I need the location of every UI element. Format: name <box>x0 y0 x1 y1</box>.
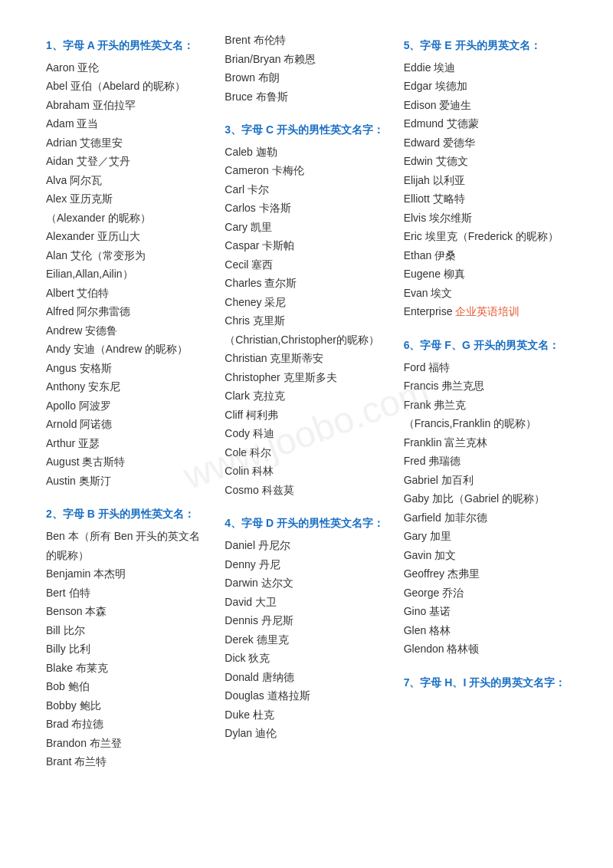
name-entry: Gaby 加比（Gabriel 的昵称） <box>404 489 567 508</box>
name-entry: Aidan 艾登／艾丹 <box>46 152 209 171</box>
name-entry: Caspar 卡斯帕 <box>225 236 388 255</box>
name-entry: Darwin 达尔文 <box>225 574 388 593</box>
column-1: 1、字母 A 开头的男性英文名：Aaron 亚伦Abel 亚伯（Abelard … <box>46 31 209 771</box>
name-entry: Francis 弗兰克思 <box>404 376 567 396</box>
name-entry: Cliff 柯利弗 <box>225 406 388 425</box>
name-entry: Elvis 埃尔维斯 <box>404 209 567 228</box>
name-entry: Eugene 柳真 <box>404 265 567 284</box>
name-entry: David 大卫 <box>225 593 388 612</box>
name-entry: Austin 奥斯汀 <box>46 472 209 491</box>
name-entry: Cheney 采尼 <box>225 293 388 312</box>
name-entry: Alva 阿尔瓦 <box>46 171 209 190</box>
name-entry: Andrew 安德鲁 <box>46 321 209 340</box>
name-entry: Eddie 埃迪 <box>404 58 567 77</box>
name-entry: Daniel 丹尼尔 <box>225 536 388 555</box>
name-entry: Edmund 艾德蒙 <box>404 114 567 133</box>
name-entry: Christopher 克里斯多夫 <box>225 368 388 387</box>
name-entry: Billy 比利 <box>46 639 209 659</box>
name-entry: Cole 科尔 <box>225 443 388 462</box>
name-entry: Blake 布莱克 <box>46 659 209 678</box>
name-entry: Alexander 亚历山大 <box>46 227 209 246</box>
name-entry: Bob 鲍伯 <box>46 677 209 696</box>
name-entry: Edgar 埃德加 <box>404 77 567 96</box>
name-entry: Dylan 迪伦 <box>225 724 388 743</box>
name-entry: Arnold 阿诺德 <box>46 415 209 434</box>
name-entry: Aaron 亚伦 <box>46 58 209 77</box>
name-entry: Colin 科林 <box>225 462 388 481</box>
name-entry: Bert 伯特 <box>46 584 209 603</box>
name-entry: Albert 艾伯特 <box>46 284 209 303</box>
name-entry: （Francis,Franklin 的昵称） <box>404 414 567 433</box>
spacer <box>225 106 388 115</box>
name-entry: Gino 基诺 <box>404 602 567 621</box>
name-entry: Brown 布朗 <box>225 68 388 87</box>
name-entry: Enterprise 企业英语培训 <box>404 302 567 321</box>
name-entry: Douglas 道格拉斯 <box>225 686 388 705</box>
name-entry: Cameron 卡梅伦 <box>225 161 388 180</box>
name-entry: Caleb 迦勒 <box>225 143 388 162</box>
name-entry: Cody 科迪 <box>225 424 388 443</box>
spacer <box>46 490 209 499</box>
name-entry: Dick 狄克 <box>225 649 388 668</box>
section-heading: 4、字母 D 开头的男性英文名字： <box>225 515 388 533</box>
spacer <box>225 499 388 508</box>
name-entry: （Alexander 的昵称） <box>46 209 209 228</box>
name-entry: Cary 凯里 <box>225 218 388 237</box>
name-entry: Donald 唐纳德 <box>225 668 388 687</box>
name-entry: Ethan 伊桑 <box>404 246 567 265</box>
name-entry: Brandon 布兰登 <box>46 734 209 753</box>
name-entry: Edison 爱迪生 <box>404 96 567 115</box>
name-entry: Frank 弗兰克 <box>404 396 567 415</box>
name-entry: Arthur 亚瑟 <box>46 434 209 453</box>
name-entry: Gary 加里 <box>404 527 567 546</box>
name-entry: Adrian 艾德里安 <box>46 133 209 153</box>
name-entry: Elijah 以利亚 <box>404 171 567 190</box>
name-entry: Derek 德里克 <box>225 630 388 649</box>
name-entry: Duke 杜克 <box>225 705 388 725</box>
name-entry: Benson 本森 <box>46 602 209 621</box>
column-3: 5、字母 E 开头的男英文名：Eddie 埃迪Edgar 埃德加Edison 爱… <box>404 31 567 771</box>
name-entry: Glendon 格林顿 <box>404 639 567 659</box>
name-entry: Andy 安迪（Andrew 的昵称） <box>46 340 209 359</box>
name-entry: Carl 卡尔 <box>225 180 388 199</box>
name-entry: Brant 布兰特 <box>46 752 209 771</box>
name-entry: （Christian,Christopher的昵称） <box>225 330 388 350</box>
name-entry: Abraham 亚伯拉罕 <box>46 96 209 115</box>
name-entry: Bill 比尔 <box>46 621 209 640</box>
name-entry: Garfield 加菲尔德 <box>404 508 567 528</box>
name-entry: Apollo 阿波罗 <box>46 396 209 416</box>
section-heading: 7、字母 H、I 开头的男英文名字： <box>404 674 567 692</box>
name-entry: Christian 克里斯蒂安 <box>225 349 388 368</box>
name-entry: Bobby 鲍比 <box>46 696 209 715</box>
main-content: 1、字母 A 开头的男性英文名：Aaron 亚伦Abel 亚伯（Abelard … <box>46 31 567 771</box>
name-entry: Geoffrey 杰弗里 <box>404 564 567 584</box>
name-entry: Alan 艾伦（常变形为 <box>46 246 209 265</box>
section-heading: 5、字母 E 开头的男英文名： <box>404 37 567 55</box>
name-entry: Charles 查尔斯 <box>225 274 388 293</box>
name-entry: Abel 亚伯（Abelard 的昵称） <box>46 77 209 96</box>
name-entry: Adam 亚当 <box>46 114 209 133</box>
name-entry: Clark 克拉克 <box>225 386 388 406</box>
name-entry: Dennis 丹尼斯 <box>225 611 388 630</box>
name-entry: Edward 爱德华 <box>404 133 567 153</box>
name-entry: Anthony 安东尼 <box>46 377 209 396</box>
name-entry: Brent 布伦特 <box>225 31 388 50</box>
name-entry: Franklin 富兰克林 <box>404 433 567 452</box>
spacer <box>404 321 567 330</box>
name-entry: Eric 埃里克（Frederick 的昵称） <box>404 227 567 246</box>
section-heading: 2、字母 B 开头的男性英文名： <box>46 505 209 524</box>
name-entry: Bruce 布鲁斯 <box>225 87 388 107</box>
name-entry: Evan 埃文 <box>404 284 567 303</box>
name-entry: Brian/Bryan 布赖恩 <box>225 50 388 69</box>
section-heading: 3、字母 C 开头的男性英文名字： <box>225 121 388 140</box>
name-entry: Glen 格林 <box>404 621 567 640</box>
name-entry: Alfred 阿尔弗雷德 <box>46 302 209 321</box>
name-entry: August 奥古斯特 <box>46 452 209 472</box>
name-entry: Cecil 塞西 <box>225 255 388 275</box>
name-entry: Brad 布拉德 <box>46 715 209 734</box>
name-entry: Chris 克里斯 <box>225 311 388 330</box>
column-2: Brent 布伦特Brian/Bryan 布赖恩Brown 布朗Bruce 布鲁… <box>225 31 388 771</box>
section-heading: 6、字母 F、G 开头的男英文名： <box>404 337 567 355</box>
name-entry: Ford 福特 <box>404 358 567 377</box>
name-entry: Cosmo 科兹莫 <box>225 481 388 500</box>
